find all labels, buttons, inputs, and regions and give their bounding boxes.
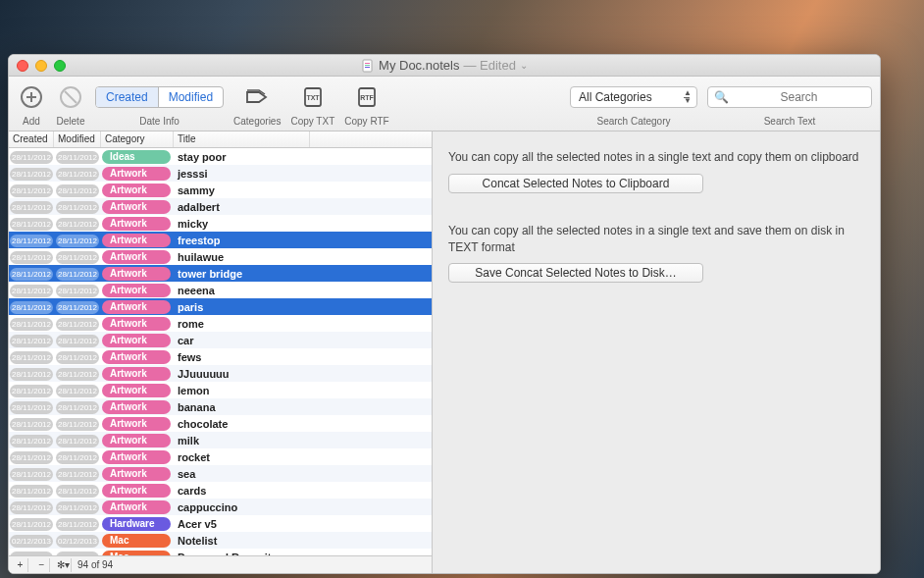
- table-row[interactable]: 28/11/201228/11/2012Artworkmilk: [9, 432, 432, 448]
- table-row[interactable]: 28/11/201228/11/2012Artworksea: [9, 465, 432, 482]
- table-row[interactable]: 28/11/201228/11/2012Artworkchocolate: [9, 415, 432, 432]
- concat-clipboard-button[interactable]: Concat Selected Notes to Clipboard: [448, 174, 703, 193]
- table-row[interactable]: 28/11/201228/11/2012Artworkmicky: [9, 215, 432, 232]
- modified-date: 28/11/2012: [56, 268, 99, 281]
- concat-disk-desc: You can copy all the selected notes in a…: [448, 223, 864, 256]
- svg-rect-1: [365, 63, 370, 64]
- category-pill: Artwork: [102, 300, 171, 314]
- modified-date: 28/11/2012: [56, 401, 99, 414]
- categories-button[interactable]: [242, 82, 272, 112]
- segment-modified[interactable]: Modified: [159, 87, 223, 107]
- category-pill: Artwork: [102, 334, 171, 347]
- note-title: tower bridge: [174, 268, 432, 280]
- add-row-button[interactable]: +: [13, 558, 28, 572]
- note-title: chocolate: [174, 418, 432, 430]
- search-field[interactable]: 🔍: [707, 86, 872, 108]
- category-pill: Artwork: [102, 384, 171, 397]
- col-category[interactable]: Category: [101, 131, 174, 147]
- table-row[interactable]: 28/11/201228/11/2012Ideasstay poor: [9, 148, 432, 165]
- table-row[interactable]: 28/11/201228/11/2012Artworkfews: [9, 348, 432, 365]
- modified-date: 28/11/2012: [56, 251, 99, 264]
- table-row[interactable]: 28/11/201228/11/2012HardwareAcer v5: [9, 515, 432, 532]
- svg-rect-2: [365, 65, 370, 66]
- table-row[interactable]: 28/11/201228/11/2012Artworkparis: [9, 298, 432, 315]
- table-row[interactable]: 28/11/201228/11/2012Artworksammy: [9, 182, 432, 198]
- category-filter-select[interactable]: All Categories ▲▼: [570, 86, 697, 108]
- note-title: milk: [174, 435, 432, 447]
- table-row[interactable]: 02/12/201302/12/2013MacNotelist: [9, 532, 432, 549]
- note-title: rome: [174, 318, 432, 330]
- category-pill: Ideas: [102, 150, 171, 164]
- table-row[interactable]: 28/11/201228/11/2012Artworkfreestop: [9, 232, 432, 248]
- col-extra[interactable]: [310, 131, 432, 147]
- col-modified[interactable]: Modified: [54, 131, 101, 147]
- col-created[interactable]: Created: [9, 131, 54, 147]
- modified-date: 28/11/2012: [56, 318, 99, 331]
- modified-date: 28/11/2012: [56, 518, 99, 531]
- table-row[interactable]: 28/11/201228/11/2012Artworkrocket: [9, 448, 432, 465]
- category-pill: Artwork: [102, 167, 171, 181]
- note-title: lemon: [174, 385, 432, 396]
- action-menu-button[interactable]: ✻▾: [56, 558, 72, 572]
- modified-date: 28/11/2012: [56, 285, 99, 297]
- table-row[interactable]: 28/11/201228/11/2012Artworktower bridge: [9, 265, 432, 282]
- created-date: 28/11/2012: [10, 418, 53, 431]
- toolbar: Add Delete Created Modified Date Info: [9, 77, 880, 131]
- table-row[interactable]: 28/11/201228/11/2012Artworkcards: [9, 482, 432, 499]
- table-row[interactable]: 28/11/201228/11/2012Artworklemon: [9, 382, 432, 398]
- search-icon: 🔍: [714, 90, 729, 104]
- table-row[interactable]: 28/11/201228/11/2012Artworkneeena: [9, 282, 432, 298]
- category-pill: Hardware: [102, 517, 171, 531]
- table-row[interactable]: 28/11/201228/11/2012Artworkbanana: [9, 398, 432, 415]
- window-title[interactable]: My Doc.notels — Edited ⌄: [9, 58, 880, 73]
- modified-date: 28/11/2012: [56, 218, 99, 231]
- copy-txt-label: Copy TXT: [290, 116, 334, 127]
- created-date: 28/11/2012: [10, 318, 53, 331]
- col-title[interactable]: Title: [174, 131, 310, 147]
- category-pill: Artwork: [102, 184, 171, 197]
- modified-date: 28/11/2012: [56, 301, 99, 314]
- category-pill: Artwork: [102, 484, 171, 498]
- title-dropdown-icon[interactable]: ⌄: [520, 60, 528, 71]
- created-date: 28/11/2012: [10, 501, 53, 514]
- created-date: 28/11/2012: [10, 468, 53, 481]
- category-pill: Artwork: [102, 467, 171, 481]
- modified-date: 28/11/2012: [56, 335, 99, 347]
- category-pill: Artwork: [102, 284, 171, 297]
- modified-date: 28/11/2012: [56, 485, 99, 498]
- category-pill: Artwork: [102, 367, 171, 381]
- note-title: rocket: [174, 451, 432, 463]
- remove-row-button[interactable]: −: [34, 558, 50, 572]
- copy-rtf-button[interactable]: RTF: [352, 82, 382, 112]
- note-title: JJuuuuuu: [174, 368, 432, 380]
- delete-button[interactable]: [56, 82, 85, 112]
- table-header: Created Modified Category Title: [9, 131, 432, 148]
- table-row[interactable]: 02/12/201302/12/2013MacPassword Reposito…: [9, 549, 432, 555]
- modified-date: 02/12/2013: [56, 535, 99, 548]
- copy-txt-button[interactable]: TXT: [298, 82, 328, 112]
- table-row[interactable]: 28/11/201228/11/2012Artworkadalbert: [9, 198, 432, 215]
- search-input[interactable]: [733, 90, 865, 104]
- table-row[interactable]: 28/11/201228/11/2012Artworkhuilawue: [9, 248, 432, 265]
- segment-created[interactable]: Created: [96, 87, 159, 107]
- table-row[interactable]: 28/11/201228/11/2012Artworkrome: [9, 315, 432, 332]
- svg-rect-3: [365, 67, 370, 68]
- titlebar: My Doc.notels — Edited ⌄: [9, 55, 880, 77]
- notes-table: Created Modified Category Title 28/11/20…: [9, 131, 433, 573]
- detail-panel: You can copy all the selected notes in a…: [433, 131, 880, 573]
- concat-disk-button[interactable]: Save Concat Selected Notes to Disk…: [448, 263, 703, 283]
- document-icon: [361, 59, 375, 73]
- categories-label: Categories: [233, 116, 281, 127]
- modified-date: 28/11/2012: [56, 501, 99, 514]
- table-row[interactable]: 28/11/201228/11/2012Artworkcar: [9, 332, 432, 348]
- modified-date: 28/11/2012: [56, 368, 99, 381]
- note-title: sammy: [174, 184, 432, 196]
- table-row[interactable]: 28/11/201228/11/2012ArtworkJJuuuuuu: [9, 365, 432, 382]
- note-title: micky: [174, 218, 432, 230]
- add-button[interactable]: [17, 82, 46, 112]
- modified-date: 28/11/2012: [56, 418, 99, 431]
- table-row[interactable]: 28/11/201228/11/2012Artworkcappuccino: [9, 499, 432, 515]
- note-title: fews: [174, 351, 432, 363]
- table-row[interactable]: 28/11/201228/11/2012Artworkjesssi: [9, 165, 432, 182]
- category-pill: Artwork: [102, 434, 171, 447]
